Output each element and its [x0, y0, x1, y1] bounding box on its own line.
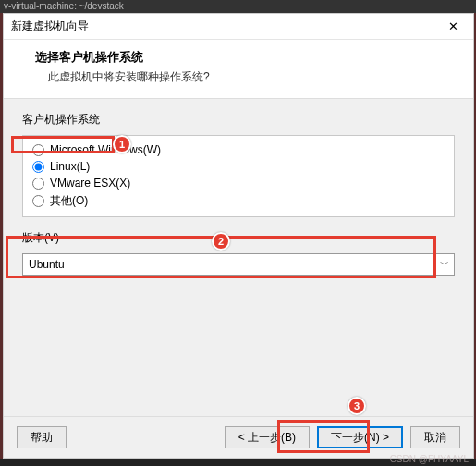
- version-select-wrap: Ubuntu ﹀: [22, 253, 455, 276]
- version-select[interactable]: Ubuntu: [22, 253, 455, 276]
- annotation-badge-1: 1: [113, 135, 131, 153]
- close-button[interactable]: ✕: [440, 16, 466, 38]
- header-subtitle: 此虚拟机中将安装哪种操作系统?: [35, 69, 442, 85]
- dialog-titlebar: 新建虚拟机向导 ✕: [4, 14, 473, 40]
- footer-spacer: [74, 426, 217, 448]
- radio-windows[interactable]: Microsoft Windows(W): [32, 141, 445, 158]
- watermark: CSDN @FHYAAYL: [390, 454, 469, 464]
- annotation-badge-2: 2: [212, 232, 230, 251]
- radio-vmware-esx-label: VMware ESX(X): [50, 177, 130, 190]
- radio-windows-label: Microsoft Windows(W): [50, 143, 161, 156]
- wizard-content: 客户机操作系统 Microsoft Windows(W) Linux(L) VM…: [4, 99, 473, 416]
- dialog-title: 新建虚拟机向导: [11, 18, 440, 34]
- os-radio-group: Microsoft Windows(W) Linux(L) VMware ESX…: [22, 135, 455, 217]
- next-button[interactable]: 下一步(N) >: [317, 426, 403, 448]
- back-button[interactable]: < 上一步(B): [225, 426, 310, 448]
- cancel-button[interactable]: 取消: [410, 426, 460, 448]
- radio-vmware-esx[interactable]: VMware ESX(X): [32, 175, 445, 191]
- radio-linux[interactable]: Linux(L): [32, 158, 445, 175]
- os-group-label: 客户机操作系统: [22, 112, 455, 128]
- radio-other[interactable]: 其他(O): [32, 191, 445, 211]
- wizard-dialog: 新建虚拟机向导 ✕ 选择客户机操作系统 此虚拟机中将安装哪种操作系统? 客户机操…: [3, 13, 474, 459]
- annotation-badge-3: 3: [348, 397, 366, 415]
- version-label: 版本(V): [22, 230, 455, 246]
- wizard-footer: 帮助 < 上一步(B) 下一步(N) > 取消 3: [4, 416, 473, 458]
- radio-linux-label: Linux(L): [50, 160, 90, 173]
- header-title: 选择客户机操作系统: [35, 49, 442, 66]
- radio-other-label: 其他(O): [50, 193, 88, 209]
- background-titlebar: v-virtual-machine: ~/devstack: [0, 0, 476, 13]
- help-button[interactable]: 帮助: [17, 426, 67, 448]
- wizard-header: 选择客户机操作系统 此虚拟机中将安装哪种操作系统?: [4, 40, 473, 99]
